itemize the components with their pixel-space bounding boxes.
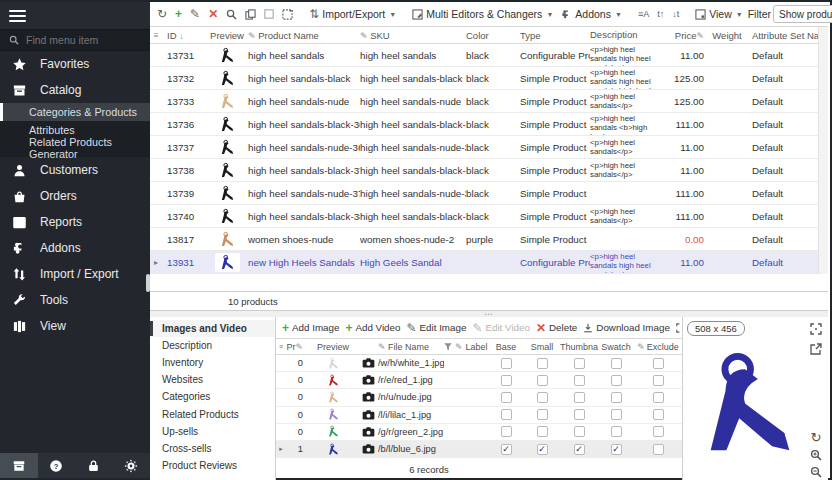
edit-image-button[interactable]: ✎Edit Image	[404, 321, 468, 335]
file-row[interactable]: 0/g/r/green_2.jpg	[276, 424, 682, 441]
add-image-button[interactable]: +Add Image	[280, 321, 341, 335]
sidebar-item-reports[interactable]: Reports	[0, 209, 150, 235]
thumbnail-checkbox[interactable]: ✓	[574, 444, 585, 455]
small-checkbox[interactable]	[537, 358, 548, 369]
swatch-checkbox[interactable]	[611, 375, 622, 386]
file-row[interactable]: ▸1/b/l/blue_6.jpg✓✓✓✓	[276, 441, 682, 458]
delete-image-button[interactable]: ✕Delete	[534, 321, 579, 335]
tab-description[interactable]: Description	[150, 337, 275, 354]
column-header-preview[interactable]: Preview	[206, 30, 248, 41]
rotate-icon[interactable]: ↻	[809, 430, 823, 444]
exclude-checkbox[interactable]	[653, 358, 664, 369]
exclude-checkbox[interactable]	[653, 444, 664, 455]
thumbnail-checkbox[interactable]	[574, 426, 585, 437]
row-height-up-button[interactable]: t↑	[654, 8, 667, 21]
settings-gear-button[interactable]	[113, 453, 151, 478]
thumbnail-checkbox[interactable]	[574, 375, 585, 386]
hamburger-menu-icon[interactable]	[9, 7, 26, 25]
tab-cross-sells[interactable]: Cross-sells	[150, 440, 275, 457]
column-header-thumbnail[interactable]: Thumbna	[560, 342, 598, 352]
column-header-small[interactable]: Small	[524, 342, 560, 352]
view-menu[interactable]: View▼	[692, 6, 746, 22]
row-height-down-button[interactable]: ↓t	[669, 8, 682, 21]
tab-up-sells[interactable]: Up-sells	[150, 423, 275, 440]
column-header-attribute-set[interactable]: Attribute Set Name	[746, 30, 828, 41]
sidebar-item-orders[interactable]: Orders	[0, 183, 150, 209]
table-row[interactable]: 13732high heel sandals-blackhigh heel sa…	[150, 67, 828, 90]
column-header-priority[interactable]: Pr✎	[286, 342, 308, 352]
refresh-button[interactable]: ↻	[154, 6, 170, 22]
swatch-checkbox[interactable]: ✓	[611, 444, 622, 455]
thumbnail-checkbox[interactable]	[574, 409, 585, 420]
table-row[interactable]: 13739high heel sandals-nude-37high heel …	[150, 182, 828, 205]
translate-columns-button[interactable]: ≡A	[635, 8, 652, 21]
exclude-checkbox[interactable]	[653, 409, 664, 420]
column-header-exclude[interactable]: ✎Exclude	[634, 342, 682, 352]
file-row[interactable]: 0/r/e/red_1.jpg	[276, 372, 682, 389]
column-header-base[interactable]: Base	[488, 342, 524, 352]
sidebar-item-tools[interactable]: Tools	[0, 287, 150, 313]
store-button[interactable]	[0, 453, 38, 478]
table-row[interactable]: 13817women shoes-nudewomen shoes-nude-2p…	[150, 228, 828, 251]
fullscreen-icon[interactable]	[809, 322, 823, 336]
table-row[interactable]: 13731high heel sandalshigh heel sandalsb…	[150, 44, 828, 67]
search-input[interactable]	[26, 34, 136, 46]
column-header-type[interactable]: Type	[520, 30, 590, 41]
sidebar-item-customers[interactable]: Customers	[0, 157, 150, 183]
column-header-file-name[interactable]: ✎ File Name	[378, 342, 444, 352]
small-checkbox[interactable]: ✓	[537, 444, 548, 455]
zoom-in-icon[interactable]	[809, 448, 823, 462]
add-video-button[interactable]: +Add Video	[343, 321, 402, 335]
tab-websites[interactable]: Websites	[150, 371, 275, 388]
small-checkbox[interactable]	[537, 426, 548, 437]
column-header-weight[interactable]: Weight	[708, 30, 746, 41]
column-header-swatch[interactable]: Swatch	[598, 342, 634, 352]
file-row[interactable]: 0/w/h/white_1.jpg	[276, 355, 682, 372]
sidebar-item-import-export[interactable]: Import / Export	[0, 261, 150, 287]
tab-images-and-video[interactable]: Images and Video	[150, 320, 275, 337]
zoom-out-icon[interactable]	[809, 465, 823, 479]
download-image-button[interactable]: Download Image	[581, 321, 672, 334]
column-header-sku[interactable]: ✎ SKU	[360, 30, 466, 41]
exclude-checkbox[interactable]	[653, 392, 664, 403]
help-button[interactable]: ?	[38, 453, 76, 478]
column-header-label[interactable]: ✎Label	[444, 342, 488, 352]
category-filter-select[interactable]: Show products from selected categories▼	[773, 5, 832, 23]
table-row[interactable]: 13738high heel sandals-black-37high heel…	[150, 159, 828, 182]
multi-editors-menu[interactable]: Multi Editors & Changers▼	[409, 6, 556, 22]
base-checkbox[interactable]	[501, 392, 512, 403]
base-checkbox[interactable]	[501, 358, 512, 369]
edit-product-button[interactable]: ✎	[187, 6, 203, 22]
sidebar-item-favorites[interactable]: Favorites	[0, 51, 150, 77]
sidebar-item-catalog[interactable]: Catalog	[0, 77, 150, 103]
base-checkbox[interactable]: ✓	[501, 444, 512, 455]
table-row[interactable]: 13740high heel sandals-black-38high heel…	[150, 205, 828, 228]
file-row[interactable]: 0/l/i/lilac_1.jpg	[276, 407, 682, 424]
column-header-product-name[interactable]: ✎ Product Name	[248, 30, 360, 41]
column-header-description[interactable]: Description	[590, 29, 662, 40]
import-export-menu[interactable]: ⇅Import/Export▼	[306, 6, 399, 22]
sidebar-item-view[interactable]: View	[0, 313, 150, 339]
tab-related-products[interactable]: Related Products	[150, 405, 275, 422]
addons-menu[interactable]: Addons▼	[558, 6, 625, 22]
small-checkbox[interactable]	[537, 409, 548, 420]
sidebar-splitter-handle[interactable]	[146, 274, 150, 292]
sidebar-item-related-products-generator[interactable]: Related Products Generator	[0, 139, 150, 157]
sidebar-item-categories-products[interactable]: Categories & Products	[0, 103, 150, 121]
swatch-checkbox[interactable]	[611, 392, 622, 403]
checkbox-mode-button[interactable]	[261, 7, 277, 21]
column-header-price[interactable]: Price✎	[662, 30, 708, 41]
grid-scrollbar[interactable]	[818, 27, 828, 274]
swatch-checkbox[interactable]	[611, 358, 622, 369]
small-checkbox[interactable]	[537, 375, 548, 386]
small-checkbox[interactable]	[537, 392, 548, 403]
file-row[interactable]: 0/n/u/nude.jpg	[276, 389, 682, 406]
open-external-icon[interactable]	[809, 342, 823, 356]
column-header-color[interactable]: Color	[466, 30, 520, 41]
delete-product-button[interactable]: ✕	[205, 6, 221, 22]
tab-inventory[interactable]: Inventory	[150, 354, 275, 371]
base-checkbox[interactable]	[501, 426, 512, 437]
base-checkbox[interactable]	[501, 375, 512, 386]
exclude-checkbox[interactable]	[653, 375, 664, 386]
sidebar-search[interactable]	[0, 29, 150, 51]
